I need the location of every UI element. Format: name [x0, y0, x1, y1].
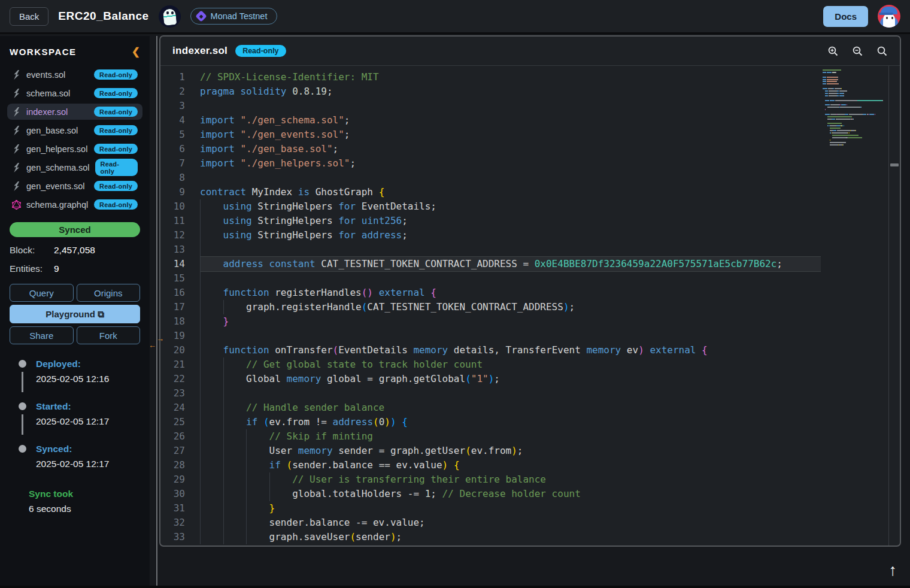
line-number: 19: [160, 329, 200, 343]
bottom-edge: [0, 586, 910, 588]
file-name: gen_schema.sol: [26, 163, 90, 172]
indent-guide: [223, 487, 224, 501]
line-number: 23: [160, 386, 200, 401]
line-content: [200, 171, 821, 185]
timeline-dot-icon: [19, 360, 26, 368]
line-number: 32: [160, 516, 200, 530]
indent-guide: [246, 429, 247, 444]
file-item-gen_base-sol[interactable]: gen_base.solRead-only: [7, 122, 142, 138]
indent-guide: [246, 530, 247, 544]
code-line-31: 31 }: [160, 501, 900, 516]
file-list: events.solRead-onlyschema.solRead-onlyin…: [0, 66, 150, 213]
code-line-4: 4import "./gen_schema.sol";: [160, 113, 900, 128]
code-line-26: 26 // Skip if minting: [160, 429, 900, 444]
indent-guide: [223, 386, 224, 401]
file-item-events-sol[interactable]: events.solRead-only: [7, 66, 142, 83]
line-content: [200, 329, 821, 343]
line-content: graph.registerHandle(CAT_TESTNET_TOKEN_C…: [200, 300, 821, 314]
indent-guide: [200, 214, 201, 228]
code-line-13: 13: [160, 243, 900, 257]
line-number: 7: [160, 156, 200, 171]
network-label: Monad Testnet: [211, 11, 268, 21]
magnifier-minus-icon[interactable]: [852, 46, 863, 57]
minimap[interactable]: [823, 69, 887, 146]
block-row: Block: 2,457,058: [0, 245, 150, 256]
docs-button[interactable]: Docs: [823, 6, 868, 27]
editor-filename: indexer.sol: [172, 45, 228, 57]
network-badge[interactable]: Monad Testnet: [190, 8, 278, 25]
file-name: schema.graphql: [26, 200, 88, 210]
code-line-5: 5import "./gen_events.sol";: [160, 128, 900, 142]
line-number: 17: [160, 300, 200, 314]
timeline-item: Started:2025-02-05 12:17: [0, 401, 150, 427]
indent-guide: [223, 458, 224, 472]
line-content: [200, 243, 821, 257]
line-content: [200, 271, 821, 286]
line-number: 11: [160, 214, 200, 228]
fork-button[interactable]: Fork: [77, 326, 141, 344]
timeline-dot-icon: [19, 402, 26, 410]
file-name: events.sol: [26, 70, 65, 80]
indent-guide: [200, 271, 201, 286]
file-item-schema-graphql[interactable]: schema.graphqlRead-only: [7, 196, 142, 213]
line-content: }: [200, 314, 821, 329]
line-number: 27: [160, 444, 200, 458]
indent-guide: [223, 357, 224, 372]
line-number: 18: [160, 314, 200, 329]
code-editor: 1// SPDX-License-Identifier: MIT2pragma …: [160, 66, 900, 545]
indent-guide: [223, 530, 224, 544]
sidebar-resize-divider[interactable]: [156, 36, 157, 588]
magnifier-icon[interactable]: [876, 46, 888, 57]
code-line-18: 18 }: [160, 314, 900, 329]
indent-guide: [200, 429, 201, 444]
file-item-gen_events-sol[interactable]: gen_events.solRead-only: [7, 178, 142, 194]
file-item-gen_schema-sol[interactable]: gen_schema.solRead-only: [7, 159, 142, 175]
file-name: schema.sol: [26, 89, 70, 98]
file-name: gen_events.sol: [26, 181, 85, 191]
line-content: import "./gen_events.sol";: [200, 128, 821, 142]
code-line-7: 7import "./gen_helpers.sol";: [160, 156, 900, 171]
chevron-left-icon[interactable]: ❮: [132, 47, 140, 57]
code-line-32: 32 sender.balance -= ev.value;: [160, 516, 900, 530]
line-content: sender.balance -= ev.value;: [200, 516, 821, 530]
scrollbar-thumb[interactable]: [890, 163, 899, 166]
scroll-to-top-button[interactable]: ↑: [889, 562, 897, 578]
solidity-icon: [12, 107, 21, 117]
magnifier-plus-icon[interactable]: [827, 46, 839, 57]
indent-guide: [246, 487, 247, 501]
indent-guide: [246, 501, 247, 516]
readonly-badge: Read-only: [94, 199, 138, 210]
line-content: // User is transferring their entire bal…: [200, 472, 821, 487]
indent-guide: [200, 357, 201, 372]
code-line-8: 8: [160, 171, 900, 185]
file-item-gen_helpers-sol[interactable]: gen_helpers.solRead-only: [7, 141, 142, 157]
line-number: 15: [160, 271, 200, 286]
penguin-avatar[interactable]: [878, 5, 900, 28]
code-line-6: 6import "./gen_base.sol";: [160, 142, 900, 156]
code-line-20: 20 function onTransfer(EventDetails memo…: [160, 343, 900, 357]
file-item-schema-sol[interactable]: schema.solRead-only: [7, 85, 142, 101]
file-item-indexer-sol[interactable]: indexer.solRead-only: [7, 104, 142, 120]
line-number: 10: [160, 199, 200, 214]
readonly-badge: Read-only: [94, 69, 138, 80]
code-line-9: 9contract MyIndex is GhostGraph {: [160, 185, 900, 199]
playground-button[interactable]: Playground ⧉: [10, 305, 140, 323]
entities-value: 9: [54, 263, 59, 274]
indent-guide: [200, 243, 201, 257]
line-content: // Skip if minting: [200, 429, 821, 444]
origins-button[interactable]: Origins: [77, 284, 141, 302]
resize-handle-icon[interactable]: →←: [148, 335, 164, 348]
share-button[interactable]: Share: [10, 326, 74, 344]
code-line-24: 24 // Handle sender balance: [160, 401, 900, 415]
query-button[interactable]: Query: [10, 284, 74, 302]
line-number: 30: [160, 487, 200, 501]
line-number: 22: [160, 372, 200, 386]
indent-guide: [200, 487, 201, 501]
code-line-11: 11 using StringHelpers for uint256;: [160, 214, 900, 228]
indent-guide: [200, 372, 201, 386]
ghost-icon: [159, 5, 181, 28]
code-line-2: 2pragma solidity 0.8.19;: [160, 84, 900, 99]
back-button[interactable]: Back: [10, 7, 48, 26]
indent-guide: [200, 329, 201, 343]
line-content: // Handle sender balance: [200, 401, 821, 415]
